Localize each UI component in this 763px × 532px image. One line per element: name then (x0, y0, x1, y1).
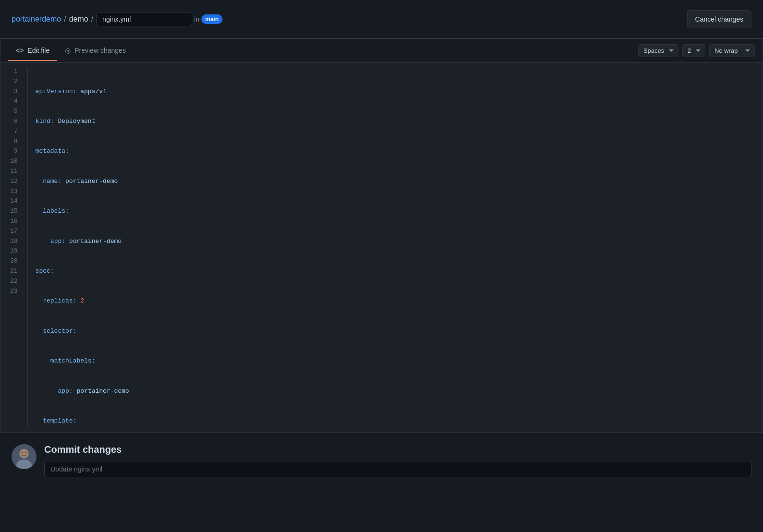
line-num: 11 (8, 167, 20, 177)
code-area[interactable]: 1 2 3 4 5 6 7 8 9 10 11 12 13 14 15 16 1… (0, 63, 763, 432)
commit-area: Commit changes (0, 432, 763, 532)
line-num: 20 (8, 256, 20, 266)
line-num: 18 (8, 237, 20, 247)
line-num: 17 (8, 227, 20, 237)
code-line: metadata: (36, 146, 755, 157)
code-line: app: portainer-demo (36, 237, 755, 247)
code-line: matchLabels: (36, 356, 755, 366)
line-num: 10 (8, 157, 20, 167)
code-line: replicas: 2 (36, 296, 755, 306)
code-line: apiVersion: apps/v1 (36, 87, 755, 97)
filename-input[interactable] (96, 12, 192, 26)
edit-icon: <> (16, 47, 24, 54)
line-num: 2 (8, 77, 20, 87)
line-num: 3 (8, 87, 20, 97)
line-num: 6 (8, 117, 20, 127)
line-num: 21 (8, 266, 20, 277)
line-num: 15 (8, 206, 20, 217)
cancel-changes-button[interactable]: Cancel changes (687, 10, 751, 28)
line-num: 9 (8, 146, 20, 157)
avatar-image (12, 444, 37, 469)
branch-badge: main (201, 14, 222, 24)
line-num: 12 (8, 177, 20, 187)
tab-edit-label: Edit file (27, 47, 49, 54)
commit-message-input[interactable] (44, 461, 751, 477)
line-num: 16 (8, 217, 20, 227)
line-num: 13 (8, 187, 20, 197)
code-content[interactable]: apiVersion: apps/v1 kind: Deployment met… (28, 67, 763, 428)
svg-point-5 (25, 452, 27, 453)
tabs: <> Edit file ◎ Preview changes (8, 41, 134, 61)
code-line: name: portainer-demo (36, 177, 755, 187)
line-num: 23 (8, 287, 20, 297)
code-line: selector: (36, 326, 755, 337)
top-bar: portainerdemo / demo / in main Cancel ch… (0, 0, 763, 38)
svg-point-4 (22, 452, 23, 453)
tab-bar: <> Edit file ◎ Preview changes Spaces Ta… (0, 39, 763, 63)
tab-edit[interactable]: <> Edit file (8, 41, 57, 61)
line-num: 7 (8, 127, 20, 137)
line-num: 1 (8, 67, 20, 77)
in-label: in (194, 15, 199, 23)
folder-name: demo (69, 15, 88, 24)
line-num: 4 (8, 97, 20, 107)
tab-preview[interactable]: ◎ Preview changes (57, 41, 134, 61)
preview-icon: ◎ (65, 47, 71, 54)
line-num: 19 (8, 246, 20, 256)
editor-container: <> Edit file ◎ Preview changes Spaces Ta… (0, 38, 763, 432)
wrap-select[interactable]: No wrap Soft wrap (709, 44, 755, 57)
commit-content: Commit changes (44, 444, 751, 477)
breadcrumb: portainerdemo / demo / in main (12, 12, 222, 26)
commit-title: Commit changes (44, 444, 751, 455)
code-line: app: portainer-demo (36, 387, 755, 397)
code-line: kind: Deployment (36, 117, 755, 127)
repo-link[interactable]: portainerdemo (12, 15, 61, 24)
code-line: template: (36, 416, 755, 426)
tab-preview-label: Preview changes (74, 47, 126, 54)
line-num: 5 (8, 107, 20, 117)
code-line: labels: (36, 206, 755, 217)
sep2: / (91, 15, 93, 24)
indent-select[interactable]: 2 4 8 (682, 44, 705, 57)
svg-point-3 (20, 449, 28, 458)
line-num: 22 (8, 277, 20, 287)
code-line: spec: (36, 266, 755, 277)
spaces-select[interactable]: Spaces Tabs (638, 44, 678, 57)
line-num: 14 (8, 196, 20, 206)
editor-settings: Spaces Tabs 2 4 8 No wrap Soft wrap (638, 44, 755, 57)
line-num: 8 (8, 137, 20, 147)
avatar (12, 444, 37, 469)
line-numbers: 1 2 3 4 5 6 7 8 9 10 11 12 13 14 15 16 1… (0, 67, 28, 428)
sep1: / (64, 15, 66, 24)
